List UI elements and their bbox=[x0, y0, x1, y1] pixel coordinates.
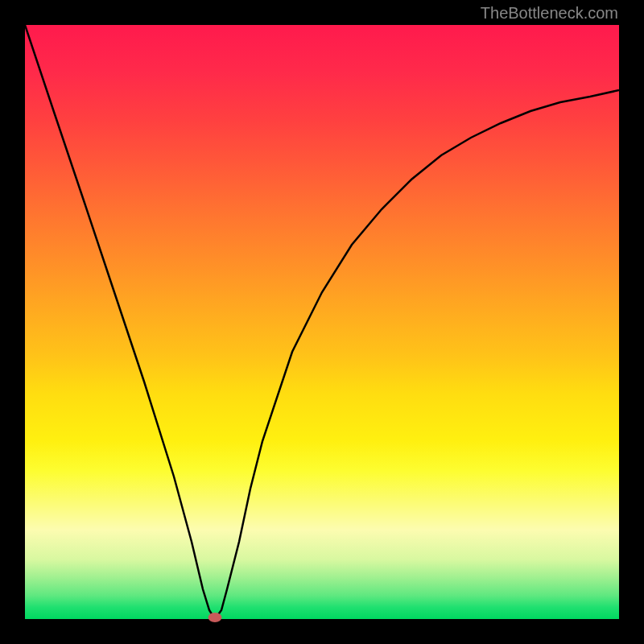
optimal-point-marker bbox=[208, 613, 222, 622]
chart-curve-svg bbox=[25, 25, 619, 619]
bottleneck-curve bbox=[25, 25, 619, 619]
watermark-text: TheBottleneck.com bbox=[481, 4, 618, 23]
